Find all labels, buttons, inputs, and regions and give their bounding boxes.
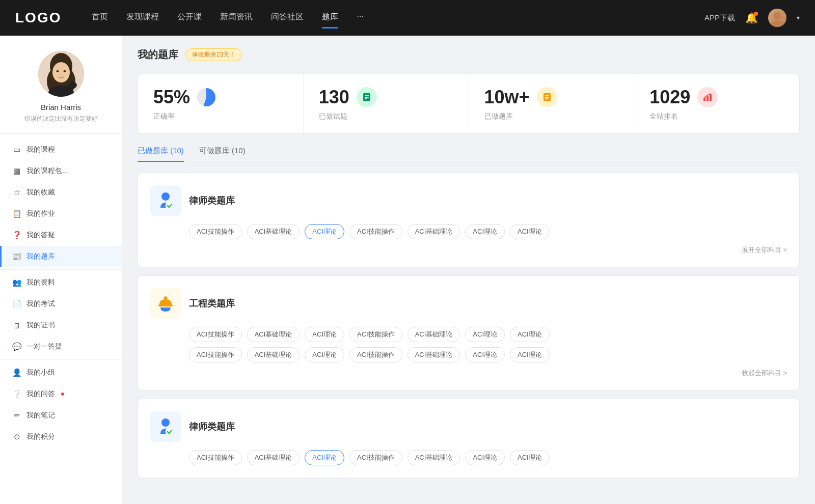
collapse-link-engineering[interactable]: 收起全部科目 >	[742, 369, 787, 378]
bank-tag[interactable]: ACI基础理论	[247, 327, 300, 342]
questions-icon	[357, 87, 377, 107]
bank-tag[interactable]: ACI技能操作	[349, 327, 402, 342]
expand-link-lawyer[interactable]: 展开全部科目 >	[742, 245, 787, 255]
app-download-link[interactable]: APP下载	[704, 13, 735, 23]
sidebar-item-label: 我的题库	[26, 252, 55, 261]
bank-tags-lawyer: ACI技能操作 ACI基础理论 ACI理论 ACI技能操作 ACI基础理论 AC…	[150, 224, 787, 239]
nav-right: APP下载 🔔 ▾	[704, 9, 800, 27]
bank-icon-lawyer-2	[150, 411, 181, 442]
stat-accuracy-value: 55%	[153, 87, 190, 108]
bank-tag[interactable]: ACI理论	[510, 327, 550, 342]
bank-footer-lawyer: 展开全部科目 >	[150, 245, 787, 255]
bank-tag-active[interactable]: ACI理论	[305, 450, 344, 465]
stat-accuracy-label: 正确率	[153, 112, 288, 121]
sidebar-item-tutoring[interactable]: 💬 一对一答疑	[0, 336, 122, 357]
profile-avatar	[38, 51, 84, 97]
bank-tag[interactable]: ACI技能操作	[349, 347, 402, 362]
sidebar-item-course-packages[interactable]: ▦ 我的课程包...	[0, 160, 122, 182]
page-header: 我的题库 体验剩余23天！	[138, 48, 800, 62]
bank-tag[interactable]: ACI理论	[510, 347, 550, 362]
sidebar-item-label: 我的考试	[26, 299, 55, 309]
bank-tag[interactable]: ACI技能操作	[189, 327, 242, 342]
bank-card-lawyer: 律师类题库 ACI技能操作 ACI基础理论 ACI理论 ACI技能操作 ACI基…	[138, 173, 800, 267]
bank-card-header-lawyer-2: 律师类题库	[150, 411, 787, 442]
sidebar-profile: Brian Harris 错误的决定比没有决定要好	[0, 51, 122, 134]
stat-ranking-value: 1029	[649, 87, 690, 108]
sidebar-item-groups[interactable]: 👤 我的小组	[0, 362, 122, 383]
bank-tag[interactable]: ACI理论	[465, 224, 505, 239]
bank-tag[interactable]: ACI理论	[305, 347, 344, 362]
nav-home[interactable]: 首页	[92, 12, 108, 24]
bank-tag-active[interactable]: ACI理论	[305, 224, 344, 239]
svg-point-0	[773, 12, 781, 20]
certificates-icon: 🗓	[12, 321, 21, 330]
profile-name: Brian Harris	[10, 103, 112, 111]
sidebar-item-label: 一对一答疑	[26, 342, 62, 351]
bank-tag[interactable]: ACI理论	[305, 327, 344, 342]
bank-card-engineering: 工程类题库 ACI技能操作 ACI基础理论 ACI理论 ACI技能操作 ACI基…	[138, 275, 800, 390]
bank-tag[interactable]: ACI理论	[465, 327, 505, 342]
stat-top-3: 10w+	[484, 87, 619, 108]
sidebar-item-homework[interactable]: 📋 我的作业	[0, 203, 122, 225]
sidebar-item-my-qa[interactable]: ❔ 我的问答	[0, 383, 122, 405]
nav-quiz[interactable]: 题库	[322, 12, 338, 24]
bank-tag[interactable]: ACI基础理论	[408, 224, 460, 239]
bank-tag[interactable]: ACI技能操作	[189, 224, 242, 239]
bank-tag[interactable]: ACI基础理论	[247, 347, 300, 362]
bank-tag[interactable]: ACI技能操作	[349, 224, 402, 239]
svg-rect-24	[158, 304, 173, 306]
svg-point-6	[56, 70, 59, 72]
bank-tag[interactable]: ACI技能操作	[349, 450, 402, 465]
sidebar-item-materials[interactable]: 👥 我的资料	[0, 272, 122, 293]
bank-tags-lawyer-2: ACI技能操作 ACI基础理论 ACI理论 ACI技能操作 ACI基础理论 AC…	[150, 450, 787, 465]
sidebar-divider	[0, 269, 122, 270]
notification-dot	[61, 393, 64, 396]
bank-footer-engineering: 收起全部科目 >	[150, 369, 787, 378]
sidebar-item-certificates[interactable]: 🗓 我的证书	[0, 315, 122, 336]
bank-tag[interactable]: ACI基础理论	[408, 347, 460, 362]
bank-tag[interactable]: ACI技能操作	[189, 450, 242, 465]
bank-tag[interactable]: ACI基础理论	[408, 450, 460, 465]
bank-tag[interactable]: ACI理论	[510, 224, 550, 239]
svg-rect-19	[703, 98, 705, 101]
avatar[interactable]	[768, 9, 786, 27]
page-layout: Brian Harris 错误的决定比没有决定要好 ▭ 我的课程 ▦ 我的课程包…	[0, 36, 815, 504]
sidebar-menu: ▭ 我的课程 ▦ 我的课程包... ☆ 我的收藏 📋 我的作业 ❓ 我的答疑 📰	[0, 134, 122, 453]
svg-point-25	[161, 418, 170, 427]
sidebar-item-label: 我的积分	[26, 432, 55, 441]
packages-icon: ▦	[12, 166, 21, 176]
avatar-initials	[768, 9, 786, 27]
nav-qa[interactable]: 问答社区	[271, 12, 304, 24]
sidebar-item-label: 我的小组	[26, 368, 55, 377]
notification-bell-icon[interactable]: 🔔	[745, 12, 758, 24]
points-icon: ⊙	[12, 432, 21, 441]
tab-available-banks[interactable]: 可做题库 (10)	[199, 146, 246, 162]
nav-more[interactable]: ···	[357, 12, 363, 24]
bank-tag[interactable]: ACI技能操作	[189, 347, 242, 362]
sidebar-item-points[interactable]: ⊙ 我的积分	[0, 426, 122, 447]
bank-tag[interactable]: ACI理论	[465, 450, 505, 465]
bank-tag[interactable]: ACI基础理论	[247, 224, 300, 239]
sidebar-item-exams[interactable]: 📄 我的考试	[0, 293, 122, 315]
svg-point-22	[161, 192, 170, 201]
sidebar-item-my-courses[interactable]: ▭ 我的课程	[0, 139, 122, 160]
sidebar-item-favorites[interactable]: ☆ 我的收藏	[0, 182, 122, 203]
bank-tag[interactable]: ACI基础理论	[247, 450, 300, 465]
nav-news[interactable]: 新闻资讯	[220, 12, 253, 24]
svg-point-1	[771, 21, 784, 27]
bank-tag[interactable]: ACI理论	[465, 347, 505, 362]
stat-ranking-label: 全站排名	[649, 112, 784, 121]
user-menu-chevron-icon[interactable]: ▾	[797, 14, 800, 21]
nav-discover[interactable]: 发现课程	[126, 12, 159, 24]
sidebar-item-notes[interactable]: ✏ 我的笔记	[0, 405, 122, 426]
sidebar-item-label: 我的答疑	[26, 231, 55, 240]
sidebar-item-label: 我的证书	[26, 321, 55, 330]
nav-open-course[interactable]: 公开课	[177, 12, 202, 24]
svg-point-8	[60, 74, 62, 75]
bank-tag[interactable]: ACI理论	[510, 450, 550, 465]
sidebar-item-quiz-bank[interactable]: 📰 我的题库	[0, 246, 122, 267]
tab-done-banks[interactable]: 已做题库 (10)	[138, 146, 184, 162]
sidebar-item-questions[interactable]: ❓ 我的答疑	[0, 225, 122, 246]
stat-done-banks: 10w+ 已做题库	[469, 74, 635, 133]
bank-tag[interactable]: ACI基础理论	[408, 327, 460, 342]
